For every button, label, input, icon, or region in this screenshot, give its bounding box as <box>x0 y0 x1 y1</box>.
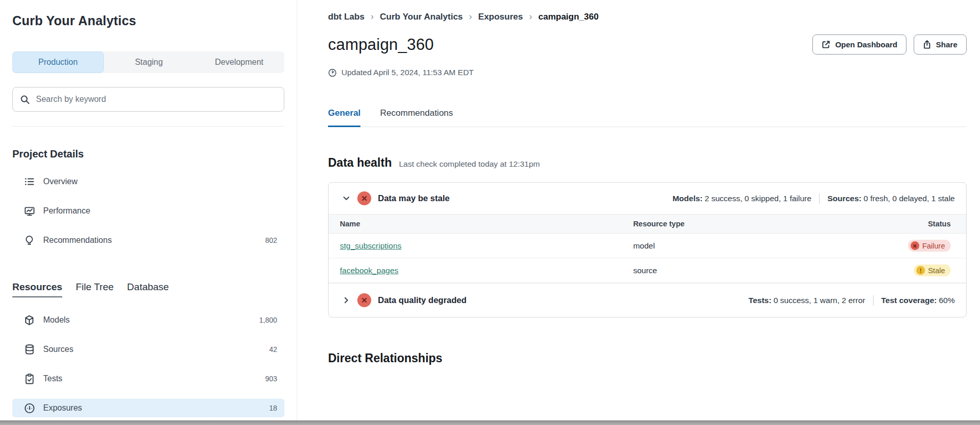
env-tab-development[interactable]: Development <box>194 51 284 73</box>
dbt-explorer-app: Curb Your Analytics Production Staging D… <box>0 0 980 425</box>
main-content: dbt Labs › Curb Your Analytics › Exposur… <box>297 0 980 425</box>
health-group-title: Data quality degraded <box>378 295 466 305</box>
tab-database[interactable]: Database <box>127 281 169 296</box>
gauge-icon <box>24 403 35 414</box>
window-bottom-edge <box>0 420 980 425</box>
breadcrumb: dbt Labs › Curb Your Analytics › Exposur… <box>328 11 967 22</box>
project-details-heading: Project Details <box>12 148 284 160</box>
open-dashboard-button[interactable]: Open Dashboard <box>812 34 906 55</box>
sidebar-item-label: Exposures <box>43 403 82 413</box>
error-circle-icon: ✕ <box>357 293 371 307</box>
status-badge-label: Failure <box>922 242 945 250</box>
status-badge-stale: ! Stale <box>914 264 951 276</box>
table-row: stg_subscriptions model ✕ Failure <box>329 234 966 258</box>
item-count: 802 <box>265 236 277 244</box>
clock-icon <box>328 68 337 77</box>
sidebar-item-label: Overview <box>43 177 78 186</box>
col-header-name: Name <box>329 215 622 234</box>
sidebar-item-label: Performance <box>43 206 90 216</box>
cube-icon <box>24 315 35 326</box>
environment-switcher: Production Staging Development <box>12 51 284 73</box>
data-health-card: ✕ Data may be stale Models: 2 success, 0… <box>328 182 967 317</box>
resource-link-stg-subscriptions[interactable]: stg_subscriptions <box>340 241 402 250</box>
table-row: facebook_pages source ! Stale <box>329 258 966 283</box>
header-actions: Open Dashboard Share <box>812 34 967 55</box>
health-group-stale[interactable]: ✕ Data may be stale Models: 2 success, 0… <box>329 183 966 214</box>
col-header-resource-type: Resource type <box>622 215 851 234</box>
database-icon <box>24 344 35 355</box>
env-tab-staging[interactable]: Staging <box>104 51 194 73</box>
chevron-right-icon: › <box>371 11 374 22</box>
summary-value: 60% <box>939 296 955 305</box>
search-input[interactable] <box>36 95 277 104</box>
sidebar-item-exposures[interactable]: Exposures 18 <box>12 399 284 417</box>
search-icon <box>20 95 30 104</box>
clipboard-check-icon <box>24 374 35 384</box>
page-title: campaign_360 <box>328 36 434 54</box>
sidebar-item-overview[interactable]: Overview <box>12 172 284 191</box>
summary-value: 0 success, 1 warn, 2 error <box>773 296 865 305</box>
summary-divider <box>819 193 820 204</box>
resource-link-facebook-pages[interactable]: facebook_pages <box>340 266 398 275</box>
sidebar-item-sources[interactable]: Sources 42 <box>12 340 284 359</box>
sidebar-item-label: Tests <box>43 374 62 383</box>
summary-value: 0 fresh, 0 delayed, 1 stale <box>863 194 955 203</box>
project-title: Curb Your Analytics <box>12 13 284 28</box>
summary-label: Sources: <box>827 194 861 203</box>
summary-label: Tests: <box>749 296 772 305</box>
health-group-summary: Tests: 0 success, 1 warn, 2 error Test c… <box>749 295 955 306</box>
updated-text: Updated April 5, 2024, 11:53 AM EDT <box>341 68 474 77</box>
status-badge-failure: ✕ Failure <box>908 240 951 252</box>
summary-value: 2 success, 0 skipped, 1 failure <box>705 194 812 203</box>
direct-relationships-heading: Direct Relationships <box>328 351 967 365</box>
sidebar-item-tests[interactable]: Tests 903 <box>12 369 284 388</box>
breadcrumb-item-exposures[interactable]: Exposures <box>478 12 523 22</box>
tab-resources[interactable]: Resources <box>12 281 62 297</box>
failure-dot-icon: ✕ <box>911 241 919 250</box>
warning-dot-icon: ! <box>916 266 925 275</box>
sidebar-item-label: Recommendations <box>43 236 112 245</box>
open-dashboard-label: Open Dashboard <box>835 40 897 49</box>
item-count: 18 <box>269 404 277 412</box>
list-icon <box>24 176 35 187</box>
tab-recommendations[interactable]: Recommendations <box>380 108 453 127</box>
env-tab-production[interactable]: Production <box>12 51 104 73</box>
breadcrumb-item-current: campaign_360 <box>538 12 598 22</box>
chevron-right-icon: › <box>469 11 472 22</box>
item-count: 903 <box>265 375 277 383</box>
error-circle-icon: ✕ <box>357 191 371 205</box>
share-button[interactable]: Share <box>914 34 967 55</box>
sidebar-item-models[interactable]: Models 1,800 <box>12 311 284 329</box>
sidebar: Curb Your Analytics Production Staging D… <box>0 0 297 425</box>
summary-label: Test coverage: <box>881 296 937 305</box>
health-group-summary: Models: 2 success, 0 skipped, 1 failure … <box>673 193 955 204</box>
project-details-nav: Overview Performance Recommendations 802 <box>12 172 284 250</box>
sidebar-item-label: Sources <box>43 345 74 354</box>
tab-file-tree[interactable]: File Tree <box>76 281 114 296</box>
tab-general[interactable]: General <box>328 108 360 127</box>
summary-label: Models: <box>673 194 703 203</box>
sidebar-item-label: Models <box>43 315 70 325</box>
share-icon <box>923 40 931 49</box>
external-link-icon <box>822 40 830 49</box>
health-group-quality[interactable]: ✕ Data quality degraded Tests: 0 success… <box>329 283 966 317</box>
resources-nav: Models 1,800 Sources 42 Tests 903 <box>12 311 284 417</box>
item-count: 42 <box>269 345 277 353</box>
sidebar-item-performance[interactable]: Performance <box>12 202 284 220</box>
col-header-status: Status <box>851 215 966 234</box>
status-badge-label: Stale <box>928 267 945 275</box>
resource-type-cell: source <box>622 258 851 283</box>
stale-resources-table: Name Resource type Status stg_subscripti… <box>329 214 966 283</box>
share-label: Share <box>936 40 957 49</box>
search-box[interactable] <box>12 87 284 112</box>
health-group-title: Data may be stale <box>378 193 449 203</box>
data-health-heading: Data health <box>328 156 392 170</box>
chevron-down-icon[interactable] <box>340 192 352 205</box>
sidebar-item-recommendations[interactable]: Recommendations 802 <box>12 231 284 250</box>
chevron-right-icon[interactable] <box>340 294 352 307</box>
sidebar-divider <box>12 126 284 127</box>
breadcrumb-item-account[interactable]: dbt Labs <box>328 12 365 22</box>
resource-type-cell: model <box>622 234 851 258</box>
breadcrumb-item-project[interactable]: Curb Your Analytics <box>380 12 463 22</box>
chevron-right-icon: › <box>529 11 532 22</box>
